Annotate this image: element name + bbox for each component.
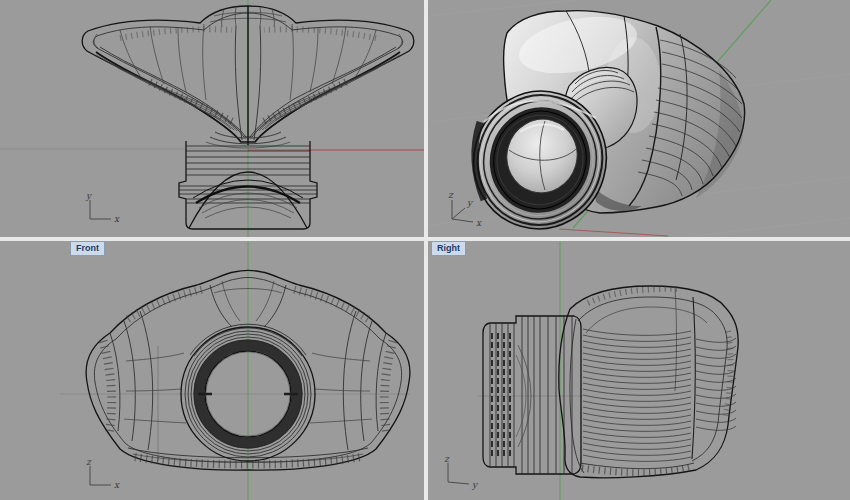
front-view-wireframe-drawing xyxy=(0,241,424,500)
viewport-right-view[interactable]: Right z y xyxy=(428,241,850,500)
axis-gizmo: y x xyxy=(78,191,128,231)
axis-right-label: x xyxy=(114,214,120,224)
viewport-splitter-horizontal[interactable] xyxy=(0,237,850,241)
axis-right-label: x xyxy=(476,218,482,228)
axis-up-label: z xyxy=(448,190,454,200)
cad-four-view-workspace: y x xyxy=(0,0,850,500)
axis-right-label: x xyxy=(114,480,120,490)
axis-right-label: y xyxy=(471,480,479,490)
viewport-top-view[interactable]: y x xyxy=(0,0,424,237)
viewport-label-front[interactable]: Front xyxy=(70,241,105,256)
top-view-wireframe-drawing xyxy=(0,0,424,237)
camera-right-wireframe xyxy=(483,286,738,478)
viewport-perspective-view[interactable]: z y x xyxy=(428,0,850,237)
axis-gizmo: z y x xyxy=(440,189,490,233)
axis-up-label: z xyxy=(86,457,92,467)
x-axis-line xyxy=(559,229,668,236)
camera-shaded-model xyxy=(458,7,745,237)
axis-diag-label: y xyxy=(466,198,474,208)
viewport-splitter-vertical[interactable] xyxy=(424,0,428,500)
viewport-label-right[interactable]: Right xyxy=(431,241,466,256)
right-view-wireframe-drawing xyxy=(428,241,850,500)
axis-up-label: z xyxy=(444,454,450,464)
axis-gizmo: z y xyxy=(436,454,486,496)
perspective-shaded-drawing xyxy=(428,0,850,237)
viewport-front-view[interactable]: Front z x xyxy=(0,241,424,500)
axis-gizmo: z x xyxy=(78,457,128,497)
axis-up-label: y xyxy=(85,191,93,201)
